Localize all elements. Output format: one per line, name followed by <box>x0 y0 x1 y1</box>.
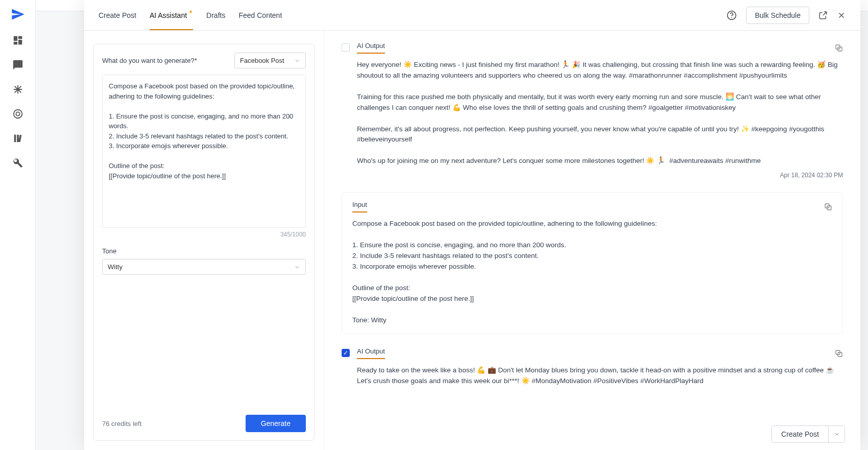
tone-select[interactable]: Witty <box>102 259 306 275</box>
generate-button[interactable]: Generate <box>246 415 306 432</box>
tab-create-post-label: Create Post <box>99 11 136 19</box>
tab-ai-assistant-label: AI Assistant <box>150 11 187 19</box>
create-post-split-button: Create Post <box>771 425 845 443</box>
generate-button-label: Generate <box>261 419 291 428</box>
input-section: Input Compose a Facebook post based on t… <box>342 192 843 334</box>
generate-question-label: What do you want to generate?* <box>102 57 197 64</box>
svg-point-4 <box>732 17 733 18</box>
tone-label: Tone <box>102 247 306 255</box>
modal-header: Create Post AI Assistant✦ Drafts Feed Co… <box>84 0 860 31</box>
ai-output-title-2: AI Output <box>357 347 385 359</box>
nav-target-icon[interactable] <box>12 108 23 120</box>
ai-output-section-1: AI Output Hey everyone! ☀️ Exciting news… <box>342 42 843 179</box>
help-icon[interactable] <box>727 10 737 20</box>
svg-point-1 <box>13 110 22 119</box>
tab-ai-assistant[interactable]: AI Assistant✦ <box>150 0 193 30</box>
nav-network-icon[interactable] <box>12 84 23 95</box>
post-type-value: Facebook Post <box>240 57 284 64</box>
svg-point-0 <box>16 88 19 91</box>
svg-point-2 <box>16 112 19 115</box>
output-checkbox-2[interactable]: ✓ <box>342 349 350 357</box>
nav-tools-icon[interactable] <box>12 157 23 169</box>
create-post-button-label: Create Post <box>781 430 819 438</box>
chevron-down-icon <box>834 431 840 437</box>
bulk-schedule-button[interactable]: Bulk Schedule <box>746 7 809 24</box>
ai-output-body-1: Hey everyone! ☀️ Exciting news - I just … <box>357 60 843 167</box>
post-type-select[interactable]: Facebook Post <box>234 53 306 68</box>
app-sidebar <box>0 0 36 450</box>
ai-output-body-2: Ready to take on the week like a boss! 💪… <box>357 365 843 387</box>
nav-chat-icon[interactable] <box>12 59 23 70</box>
composer-tabs: Create Post AI Assistant✦ Drafts Feed Co… <box>99 0 282 30</box>
tab-drafts-label: Drafts <box>206 11 225 19</box>
copy-icon[interactable] <box>835 44 843 52</box>
prompt-pane: What do you want to generate?* Facebook … <box>84 31 324 450</box>
composer-modal: Create Post AI Assistant✦ Drafts Feed Co… <box>84 0 860 450</box>
open-new-window-icon[interactable] <box>818 11 828 20</box>
results-pane[interactable]: AI Output Hey everyone! ☀️ Exciting news… <box>324 31 860 450</box>
bulk-schedule-label: Bulk Schedule <box>755 11 801 19</box>
copy-icon[interactable] <box>824 203 832 211</box>
chevron-down-icon <box>294 264 300 270</box>
tab-create-post[interactable]: Create Post <box>99 0 136 30</box>
prompt-textarea[interactable]: Compose a Facebook post based on the pro… <box>102 75 306 228</box>
credits-left-label: 76 credits left <box>102 420 141 428</box>
app-logo-icon <box>11 7 25 21</box>
input-body: Compose a Facebook post based on the pro… <box>352 219 832 325</box>
output-timestamp: Apr 18, 2024 02:30 PM <box>357 172 843 179</box>
tab-feed-content[interactable]: Feed Content <box>238 0 282 30</box>
close-icon[interactable] <box>837 11 846 20</box>
tab-feed-content-label: Feed Content <box>238 11 282 19</box>
nav-dashboard-icon[interactable] <box>12 35 23 46</box>
create-post-dropdown-toggle[interactable] <box>828 426 845 442</box>
output-checkbox-1[interactable] <box>342 43 350 52</box>
char-counter: 345/1000 <box>102 231 306 238</box>
copy-icon[interactable] <box>835 349 843 358</box>
ai-output-section-2: ✓ AI Output Ready to take on the week li… <box>342 347 843 387</box>
chevron-down-icon <box>294 58 300 64</box>
tone-value: Witty <box>108 263 123 271</box>
prompt-card: What do you want to generate?* Facebook … <box>93 44 315 441</box>
input-title: Input <box>352 201 367 212</box>
modal-footer: Create Post <box>771 425 845 443</box>
create-post-button[interactable]: Create Post <box>772 426 828 442</box>
sparkle-icon: ✦ <box>188 9 193 15</box>
tab-drafts[interactable]: Drafts <box>206 0 225 30</box>
ai-output-title-1: AI Output <box>357 42 385 54</box>
nav-library-icon[interactable] <box>12 133 23 144</box>
